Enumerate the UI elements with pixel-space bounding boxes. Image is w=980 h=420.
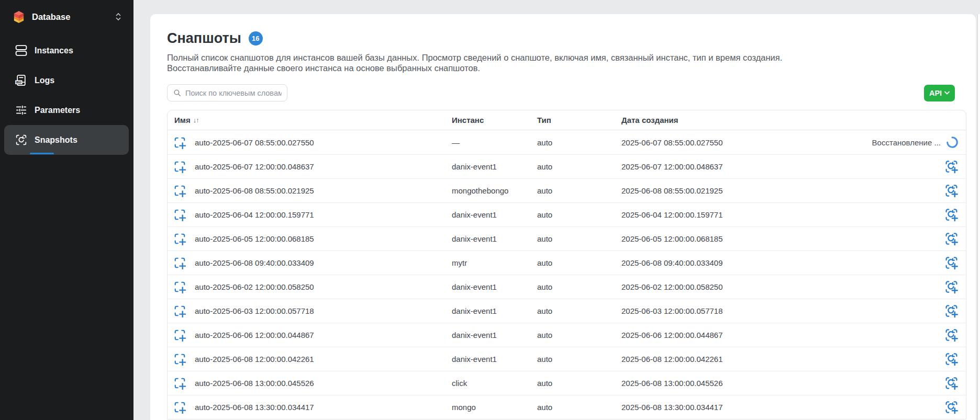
column-header-type: Тип: [537, 116, 621, 124]
sidebar-item-parameters[interactable]: Parameters: [4, 95, 129, 125]
toolbar: API: [167, 84, 966, 101]
sidebar-item-label: Logs: [35, 76, 54, 85]
restore-snapshot-button[interactable]: [944, 279, 959, 294]
created-date: 2025-06-06 12:00:00.044867: [621, 331, 861, 339]
snapshot-name: auto-2025-06-07 08:55:00.027550: [195, 138, 314, 147]
created-date: 2025-06-07 12:00:00.048637: [621, 162, 861, 171]
restore-snapshot-button[interactable]: [944, 303, 959, 319]
created-date: 2025-06-02 12:00:00.058250: [621, 282, 861, 291]
column-header-instance: Инстанс: [452, 116, 537, 124]
snapshot-name: auto-2025-06-08 08:55:00.021925: [195, 186, 314, 195]
instance-name: mytr: [452, 258, 537, 267]
column-header-label: Имя: [174, 116, 191, 124]
snapshot-name: auto-2025-06-03 12:00:00.057718: [195, 307, 314, 315]
created-date: 2025-06-04 12:00:00.159771: [621, 210, 861, 219]
created-date: 2025-06-05 12:00:00.068185: [621, 234, 861, 243]
search-input[interactable]: [167, 84, 287, 101]
snapshots-icon: [14, 133, 28, 147]
table-row: auto-2025-06-03 12:00:00.057718 danix-ev…: [168, 299, 966, 323]
database-logo-icon: [13, 10, 25, 24]
snapshot-type: auto: [537, 355, 621, 364]
table-row: auto-2025-06-08 08:55:00.021925 mongothe…: [168, 178, 966, 202]
sort-icon: ↓↑: [193, 116, 199, 124]
column-header-name[interactable]: Имя ↓↑: [168, 116, 452, 124]
table-row: auto-2025-06-02 12:00:00.058250 danix-ev…: [168, 275, 966, 299]
created-date: 2025-06-08 08:55:00.021925: [621, 186, 861, 195]
chevron-down-icon: [944, 91, 950, 95]
table-row: auto-2025-06-08 13:30:00.034417 mongo au…: [168, 395, 966, 419]
sidebar-item-label: Snapshots: [35, 135, 77, 145]
snapshot-name: auto-2025-06-08 09:40:00.033409: [195, 258, 314, 267]
snapshot-name: auto-2025-06-04 12:00:00.159771: [195, 210, 314, 219]
snapshot-add-icon: [173, 280, 186, 293]
snapshot-add-icon: [173, 377, 186, 390]
logs-icon: LOG: [14, 74, 28, 87]
count-badge: 16: [249, 31, 263, 46]
page-title: Снапшоты: [167, 30, 241, 47]
instance-name: danix-event1: [452, 210, 537, 219]
snapshot-type: auto: [537, 162, 621, 171]
active-indicator: [30, 153, 54, 155]
api-button-label: API: [929, 89, 942, 97]
snapshot-type: auto: [537, 307, 621, 315]
table-row: auto-2025-06-08 09:40:00.033409 mytr aut…: [168, 251, 966, 275]
restore-snapshot-button[interactable]: [944, 376, 959, 391]
restore-snapshot-button[interactable]: [944, 400, 959, 415]
restore-snapshot-button[interactable]: [944, 327, 959, 343]
svg-text:LOG: LOG: [16, 81, 22, 84]
table-header: Имя ↓↑ Инстанс Тип Дата создания: [168, 110, 966, 130]
table-row: auto-2025-06-08 13:00:00.045526 click au…: [168, 371, 966, 395]
snapshot-add-icon: [173, 256, 186, 269]
snapshots-table: Имя ↓↑ Инстанс Тип Дата создания auto-20…: [167, 110, 966, 419]
snapshot-name: auto-2025-06-08 12:00:00.042261: [195, 355, 314, 364]
created-date: 2025-06-07 08:55:00.027550: [621, 138, 861, 147]
table-row: auto-2025-06-07 08:55:00.027550 — auto 2…: [168, 130, 966, 154]
snapshot-type: auto: [537, 379, 621, 388]
restore-snapshot-button[interactable]: [944, 231, 959, 246]
snapshot-name: auto-2025-06-08 13:30:00.034417: [195, 403, 314, 412]
sidebar-item-instances[interactable]: Instances: [4, 36, 129, 65]
snapshot-add-icon: [173, 160, 186, 173]
restore-snapshot-button[interactable]: [944, 159, 959, 174]
table-row: auto-2025-06-08 12:00:00.042261 danix-ev…: [168, 347, 966, 371]
instance-name: danix-event1: [452, 355, 537, 364]
restore-snapshot-button[interactable]: [944, 351, 959, 367]
snapshot-add-icon: [173, 304, 186, 317]
search-box: [167, 84, 287, 101]
restore-snapshot-button[interactable]: [944, 183, 959, 198]
instances-icon: [14, 44, 28, 58]
product-label: Database: [32, 12, 70, 22]
loading-spinner-icon: [945, 135, 959, 149]
scrollbar-track[interactable]: [977, 14, 980, 420]
snapshot-type: auto: [537, 234, 621, 243]
snapshot-type: auto: [537, 331, 621, 339]
snapshot-type: auto: [537, 258, 621, 267]
sidebar-item-snapshots[interactable]: Snapshots: [4, 125, 129, 155]
restore-snapshot-button[interactable]: [944, 207, 959, 222]
snapshot-name: auto-2025-06-02 12:00:00.058250: [195, 282, 314, 291]
instance-name: danix-event1: [452, 234, 537, 243]
table-row: auto-2025-06-07 12:00:00.048637 danix-ev…: [168, 154, 966, 178]
snapshot-name: auto-2025-06-08 13:00:00.045526: [195, 379, 314, 388]
sidebar-item-label: Parameters: [35, 106, 80, 115]
sidebar-menu: Instances LOG Logs: [0, 36, 133, 155]
restore-snapshot-button[interactable]: [944, 255, 959, 270]
instance-name: click: [452, 379, 537, 388]
instance-name: danix-event1: [452, 282, 537, 291]
instance-name: mongothebongo: [452, 186, 537, 195]
table-row: auto-2025-06-06 12:00:00.044867 danix-ev…: [168, 323, 966, 347]
restore-status-text: Восстановление ...: [872, 138, 941, 147]
snapshot-add-icon: [173, 328, 186, 342]
api-button[interactable]: API: [924, 85, 955, 101]
created-date: 2025-06-08 09:40:00.033409: [621, 258, 861, 267]
search-icon: [173, 88, 182, 97]
snapshot-type: auto: [537, 282, 621, 291]
table-body: auto-2025-06-07 08:55:00.027550 — auto 2…: [168, 130, 966, 419]
product-switcher[interactable]: Database: [0, 5, 133, 28]
table-row: auto-2025-06-04 12:00:00.159771 danix-ev…: [168, 202, 966, 226]
sidebar: Database Instances: [0, 0, 133, 420]
snapshot-add-icon: [173, 353, 186, 366]
snapshot-name: auto-2025-06-07 12:00:00.048637: [195, 162, 314, 171]
chevron-up-down-icon: [115, 13, 121, 21]
sidebar-item-logs[interactable]: LOG Logs: [4, 65, 129, 95]
